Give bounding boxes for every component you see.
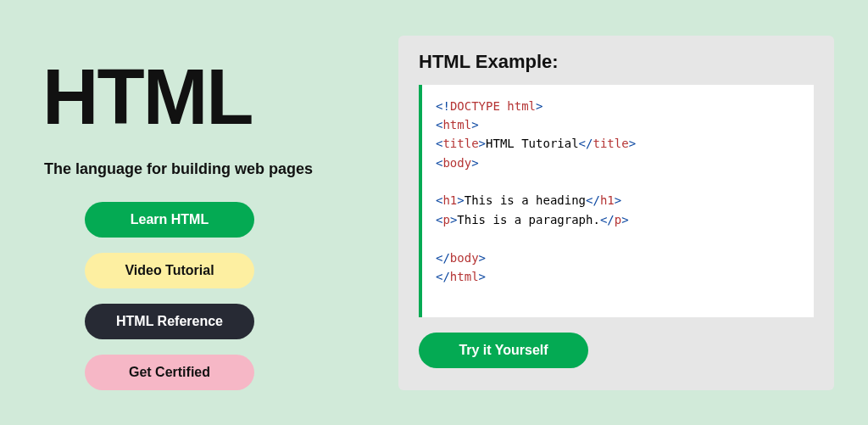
example-panel: HTML Example: <!DOCTYPE html> <html> <ti… — [398, 36, 834, 390]
intro-panel: HTML The language for building web pages… — [42, 36, 356, 390]
learn-html-button[interactable]: Learn HTML — [85, 202, 254, 238]
code-example: <!DOCTYPE html> <html> <title>HTML Tutor… — [419, 85, 814, 317]
video-tutorial-button[interactable]: Video Tutorial — [85, 253, 254, 288]
example-title: HTML Example: — [419, 51, 814, 73]
page-subtitle: The language for building web pages — [44, 160, 356, 178]
html-reference-button[interactable]: HTML Reference — [85, 304, 254, 339]
try-it-yourself-button[interactable]: Try it Yourself — [419, 333, 588, 368]
page-title: HTML — [42, 53, 356, 142]
button-stack: Learn HTML Video Tutorial HTML Reference… — [0, 202, 356, 390]
get-certified-button[interactable]: Get Certified — [85, 355, 254, 390]
